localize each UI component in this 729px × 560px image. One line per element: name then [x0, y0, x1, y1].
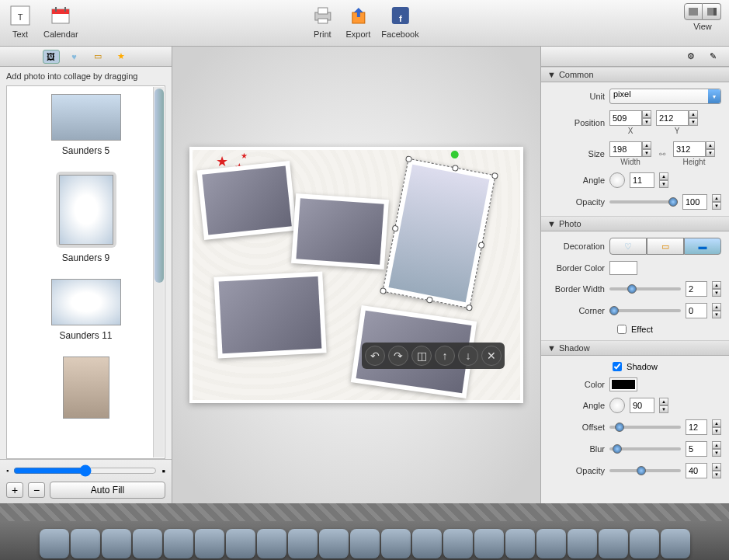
- stars-tab[interactable]: ★: [113, 50, 130, 64]
- angle-dial[interactable]: [609, 172, 625, 188]
- remove-photo-button[interactable]: −: [28, 482, 45, 498]
- link-dimensions-icon[interactable]: ⚯: [656, 149, 668, 158]
- resize-handle[interactable]: [405, 155, 412, 162]
- corner-slider[interactable]: [609, 309, 681, 312]
- dock-app-icon[interactable]: [350, 529, 380, 558]
- shadow-section-header[interactable]: ▼Shadow: [541, 340, 729, 356]
- dock-app-icon[interactable]: [630, 529, 659, 558]
- dock-app-icon[interactable]: [319, 529, 349, 558]
- undo-button[interactable]: ↶: [365, 346, 385, 366]
- shadow-angle-input[interactable]: [630, 398, 654, 413]
- position-x-stepper[interactable]: ▲▼: [642, 110, 651, 126]
- scrollbar-thumb[interactable]: [154, 89, 164, 283]
- dock-app-icon[interactable]: [288, 529, 318, 558]
- text-tool[interactable]: T Text: [8, 3, 33, 39]
- collage-photo[interactable]: [291, 193, 389, 270]
- position-x-input[interactable]: [609, 110, 642, 126]
- shadow-opacity-input[interactable]: [686, 463, 707, 478]
- dock-app-icon[interactable]: [257, 529, 286, 558]
- opacity-input[interactable]: [682, 194, 707, 210]
- dock-app-icon[interactable]: [40, 529, 69, 558]
- settings-tab[interactable]: ⚙: [682, 50, 699, 64]
- thumbnail-zoom-slider[interactable]: [13, 464, 157, 477]
- unit-select[interactable]: pixel▾: [609, 89, 721, 104]
- dock-app-icon[interactable]: [599, 529, 628, 558]
- list-item[interactable]: Saunders 9: [7, 164, 165, 271]
- view-segmented[interactable]: [684, 3, 721, 20]
- corner-input[interactable]: [686, 303, 707, 318]
- dock-app-icon[interactable]: [71, 529, 100, 558]
- redo-button[interactable]: ↷: [388, 346, 408, 366]
- opacity-slider[interactable]: [609, 200, 678, 203]
- opacity-stepper[interactable]: ▲▼: [712, 194, 721, 210]
- resize-handle[interactable]: [392, 224, 399, 231]
- decoration-vignette[interactable]: ♡: [609, 238, 647, 255]
- decoration-segmented[interactable]: ♡ ▭ ▬: [609, 238, 721, 255]
- border-width-input[interactable]: [686, 281, 707, 297]
- scrollbar[interactable]: [153, 87, 164, 457]
- angle-input[interactable]: [630, 172, 654, 188]
- blur-slider[interactable]: [609, 447, 681, 450]
- view-mode-1-icon[interactable]: [684, 3, 703, 20]
- dock-app-icon[interactable]: [568, 529, 597, 558]
- add-photo-button[interactable]: +: [6, 482, 23, 498]
- border-width-slider[interactable]: [609, 287, 681, 290]
- common-section-header[interactable]: ▼Common: [541, 67, 729, 82]
- shadow-opacity-slider[interactable]: [609, 469, 681, 472]
- list-item[interactable]: [7, 349, 165, 426]
- dock-app-icon[interactable]: [164, 529, 193, 558]
- width-input[interactable]: [609, 141, 642, 157]
- height-input[interactable]: [673, 141, 706, 157]
- frames-tab[interactable]: ▭: [89, 50, 106, 64]
- collage-photo[interactable]: [213, 271, 326, 358]
- resize-handle[interactable]: [451, 165, 458, 172]
- dock-app-icon[interactable]: [505, 529, 535, 558]
- shadow-angle-stepper[interactable]: ▲▼: [659, 398, 668, 413]
- corner-stepper[interactable]: ▲▼: [712, 303, 721, 318]
- dock-app-icon[interactable]: [195, 529, 224, 558]
- dock-app-icon[interactable]: [474, 529, 504, 558]
- position-y-stepper[interactable]: ▲▼: [689, 110, 698, 126]
- angle-stepper[interactable]: ▲▼: [659, 172, 668, 188]
- list-item[interactable]: Saunders 11: [7, 271, 165, 349]
- facebook-tool[interactable]: f Facebook: [381, 3, 418, 39]
- offset-input[interactable]: [686, 419, 707, 435]
- export-tool[interactable]: Export: [345, 3, 370, 39]
- effect-checkbox[interactable]: [617, 325, 627, 334]
- view-mode-2-icon[interactable]: [703, 3, 721, 20]
- send-backward-button[interactable]: ↓: [458, 346, 478, 366]
- blur-stepper[interactable]: ▲▼: [712, 441, 721, 457]
- border-color-well[interactable]: [609, 261, 637, 275]
- dock-app-icon[interactable]: [102, 529, 131, 558]
- photos-tab[interactable]: 🖼: [43, 50, 60, 64]
- blur-input[interactable]: [686, 441, 707, 457]
- dock-app-icon[interactable]: [443, 529, 473, 558]
- bring-forward-button[interactable]: ↑: [435, 346, 455, 366]
- decoration-frame[interactable]: ▭: [647, 238, 684, 255]
- offset-stepper[interactable]: ▲▼: [712, 419, 721, 435]
- dock-app-icon[interactable]: [412, 529, 442, 558]
- list-item[interactable]: Saunders 5: [7, 86, 165, 164]
- decoration-border[interactable]: ▬: [684, 238, 721, 255]
- dock-app-icon[interactable]: [226, 529, 255, 558]
- photo-section-header[interactable]: ▼Photo: [541, 216, 729, 231]
- crop-button[interactable]: ◫: [411, 346, 432, 366]
- collage-photo[interactable]: [197, 161, 297, 240]
- dock-app-icon[interactable]: [133, 529, 162, 558]
- dock-app-icon[interactable]: [536, 529, 566, 558]
- width-stepper[interactable]: ▲▼: [642, 141, 651, 157]
- offset-slider[interactable]: [609, 426, 681, 429]
- shadow-angle-dial[interactable]: [609, 398, 625, 413]
- dock-app-icon[interactable]: [661, 529, 690, 558]
- print-tool[interactable]: Print: [310, 3, 335, 39]
- delete-button[interactable]: ✕: [481, 346, 502, 366]
- height-stepper[interactable]: ▲▼: [706, 141, 715, 157]
- dock-app-icon[interactable]: [381, 529, 411, 558]
- photo-list[interactable]: Saunders 5 Saunders 9 Saunders 11: [6, 85, 165, 459]
- calendar-tool[interactable]: Calendar: [43, 3, 78, 39]
- autofill-button[interactable]: Auto Fill: [50, 482, 165, 499]
- position-y-input[interactable]: [656, 110, 689, 126]
- border-width-stepper[interactable]: ▲▼: [712, 281, 721, 297]
- shadow-color-well[interactable]: [609, 377, 637, 391]
- canvas[interactable]: ★ ★ ★: [172, 47, 540, 503]
